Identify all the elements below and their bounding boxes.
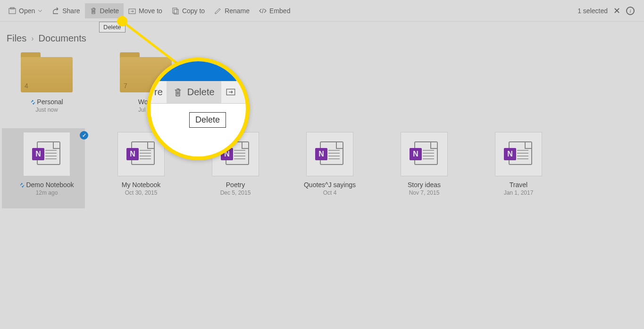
info-button[interactable]: i [626,7,635,15]
file-name: Poetry [226,181,245,189]
selection-count: 1 selected [577,7,608,15]
open-button[interactable]: Open [4,3,47,18]
embed-button[interactable]: Embed [254,3,295,18]
file-item[interactable]: N Poetry Dec 5, 2015 [207,132,264,196]
onenote-icon: N [495,132,542,176]
folder-icon: 4 [21,52,73,92]
onenote-icon: N [306,132,353,176]
file-item[interactable]: N My Notebook Oct 30, 2015 [113,132,169,196]
crumb-files[interactable]: Files [7,33,26,44]
folder-date: Just now [35,107,58,113]
file-item[interactable]: N Travel Jan 1, 2017 [490,132,547,196]
file-item[interactable]: N Quotes^J sayings Oct 4 [301,132,358,196]
copyto-button[interactable]: Copy to [167,3,209,18]
trash-icon [90,7,97,15]
moveto-icon [128,7,136,15]
file-grid: 4 Personal Just now 7 Work Jul 31 N Demo [0,48,644,220]
embed-label: Embed [269,7,290,15]
delete-button[interactable]: Delete [85,3,124,18]
svg-rect-3 [173,8,177,13]
file-date: Oct 4 [323,189,337,196]
shared-icon [30,99,36,105]
svg-rect-0 [9,8,16,14]
file-name: Quotes^J sayings [304,181,356,189]
shared-icon [19,182,25,188]
embed-icon [259,7,267,15]
file-date: Dec 5, 2015 [220,189,251,196]
file-name: Story ideas [408,181,441,189]
chevron-right-icon: › [31,34,33,43]
onenote-icon: N [212,132,259,176]
crumb-documents[interactable]: Documents [39,33,86,44]
folder-name: Personal [30,98,63,106]
rename-label: Rename [225,7,250,15]
delete-label: Delete [100,7,119,15]
share-icon [52,7,59,15]
share-button[interactable]: Share [47,3,84,18]
share-label: Share [62,7,80,15]
copyto-label: Copy to [182,7,205,15]
rename-icon [214,7,222,15]
open-icon [8,7,16,15]
onenote-icon: N [401,132,448,176]
file-item[interactable]: N Demo Notebook 12m ago [18,132,75,196]
file-date: Nov 7, 2015 [409,189,440,196]
rename-button[interactable]: Rename [209,3,254,18]
delete-tooltip: Delete [99,22,125,33]
folder-icon: 7 [120,52,172,92]
open-label: Open [19,7,35,15]
chevron-down-icon [38,7,42,15]
file-name: My Notebook [122,181,160,189]
folder-count: 4 [25,82,28,90]
moveto-label: Move to [139,7,162,15]
folder-name: Work [138,98,153,106]
folder-date: Jul 31 [138,107,153,113]
onenote-icon: N [23,132,70,176]
selected-check-icon[interactable] [80,131,88,140]
breadcrumb: Files › Documents [0,22,644,48]
file-name: Demo Notebook [19,181,74,189]
file-item[interactable]: N Story ideas Nov 7, 2015 [396,132,452,196]
file-date: 12m ago [36,189,58,196]
copyto-icon [172,7,179,15]
onenote-icon: N [117,132,165,176]
clear-selection-button[interactable]: ✕ [613,6,620,16]
folder-item[interactable]: 7 Work Jul 31 [117,52,174,113]
folder-item[interactable]: 4 Personal Just now [18,52,75,113]
file-date: Jan 1, 2017 [504,189,534,196]
file-name: Travel [510,181,527,189]
file-date: Oct 30, 2015 [125,189,158,196]
toolbar: Open Share Delete Move to Copy to Rename… [0,0,644,22]
folder-count: 7 [124,82,127,90]
moveto-button[interactable]: Move to [124,3,167,18]
